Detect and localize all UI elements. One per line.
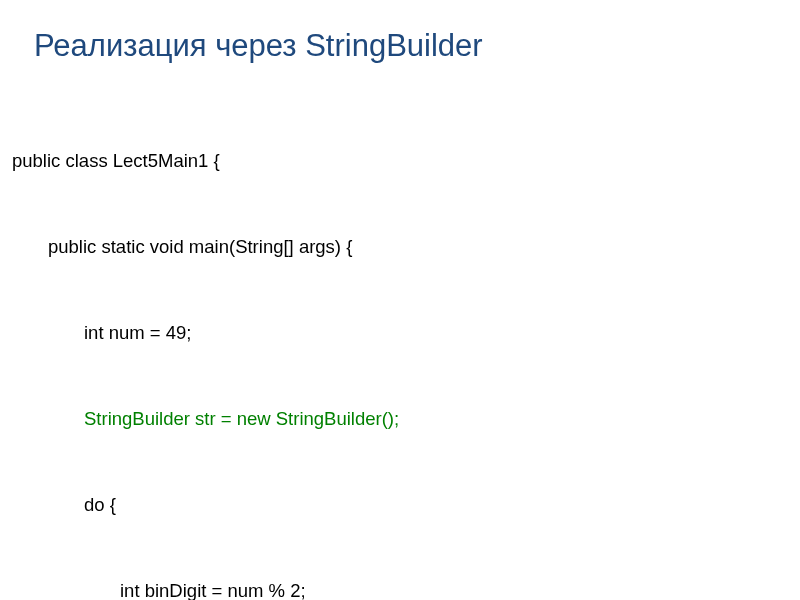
slide: Реализация через StringBuilder public cl… — [0, 0, 800, 600]
code-block: public class Lect5Main1 { public static … — [12, 90, 800, 600]
code-line: StringBuilder str = new StringBuilder(); — [12, 405, 800, 434]
code-line: public static void main(String[] args) { — [12, 233, 800, 262]
code-line: public class Lect5Main1 { — [12, 147, 800, 176]
slide-title: Реализация через StringBuilder — [34, 28, 800, 64]
code-line: int num = 49; — [12, 319, 800, 348]
code-line: int binDigit = num % 2; — [12, 577, 800, 600]
code-line: do { — [12, 491, 800, 520]
